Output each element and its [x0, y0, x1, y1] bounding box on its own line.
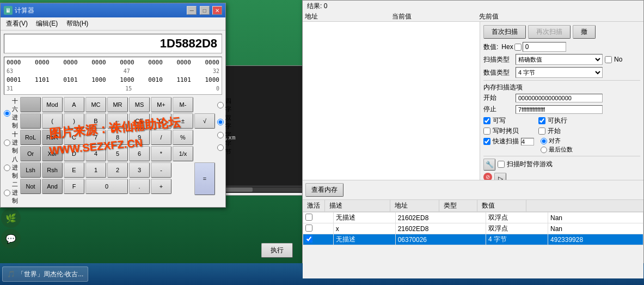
value-type-select[interactable]: 4 字节: [516, 67, 603, 78]
btn-A[interactable]: A: [64, 97, 84, 112]
first-scan-btn[interactable]: 首次扫描: [483, 25, 526, 39]
btn-mod[interactable]: Mod: [42, 97, 63, 112]
word-radio[interactable]: 字: [217, 131, 231, 139]
menu-view[interactable]: 查看(V): [3, 19, 31, 29]
game-icon-2[interactable]: 💬: [1, 229, 21, 248]
btn-MS[interactable]: MS: [129, 97, 150, 112]
stop-input[interactable]: [516, 105, 603, 114]
btn-E[interactable]: E: [64, 162, 84, 178]
scan-type-select[interactable]: 精确数值: [516, 54, 603, 65]
btn-plus[interactable]: +: [151, 179, 171, 194]
btn-Not[interactable]: Not: [20, 179, 41, 194]
hex-radio[interactable]: 十六进制: [4, 97, 18, 130]
btn-C[interactable]: C: [151, 113, 171, 129]
result-row-3[interactable]: 无描述 06370026 4 字节 492339928: [303, 234, 643, 245]
scan-results-list[interactable]: [303, 22, 480, 180]
lastbyte-radio[interactable]: 最后位数: [541, 145, 573, 154]
start-input[interactable]: [516, 94, 603, 102]
btn-MR[interactable]: MR: [107, 97, 128, 112]
btn-9[interactable]: 9: [129, 130, 150, 145]
open-checkbox[interactable]: [538, 128, 545, 135]
btn-1[interactable]: 1: [85, 162, 106, 178]
btn-Xor[interactable]: Xor: [42, 146, 63, 161]
btn-6[interactable]: 6: [129, 146, 150, 161]
btn-5[interactable]: 5: [107, 146, 128, 161]
btn-3[interactable]: 3: [129, 162, 150, 178]
btn-RoL[interactable]: RoL: [20, 130, 41, 145]
restore-button[interactable]: □: [200, 6, 210, 15]
menu-edit[interactable]: 编辑(E): [33, 19, 61, 29]
btn-plusminus[interactable]: ±: [173, 113, 193, 129]
btn-Rsh[interactable]: Rsh: [42, 162, 63, 178]
btn-8[interactable]: 8: [107, 130, 128, 145]
readable-checkbox[interactable]: [483, 117, 490, 124]
divider1: [483, 80, 640, 81]
btn-D[interactable]: D: [64, 146, 84, 161]
btn-CE[interactable]: CE: [129, 113, 150, 129]
btn-minus[interactable]: -: [151, 162, 171, 178]
main-execute-btn[interactable]: 执行: [261, 243, 293, 258]
fast-checkbox[interactable]: [483, 138, 490, 145]
btn-mul[interactable]: *: [151, 146, 171, 161]
oct-radio[interactable]: 八进制: [4, 155, 18, 180]
btn-Mminus[interactable]: M-: [173, 97, 193, 112]
calc-title-left: 🖩 计算器: [4, 6, 34, 15]
btn-4[interactable]: 4: [85, 146, 106, 161]
close-button[interactable]: ✕: [212, 6, 222, 15]
settings-icon-btn[interactable]: 🔧: [483, 159, 495, 171]
btn-equals[interactable]: =: [194, 162, 215, 195]
result-desc-2: x: [333, 223, 395, 234]
taskbar-item[interactable]: 🎵 「世界」周杰伦·收古...: [2, 266, 88, 282]
btn-div[interactable]: /: [151, 130, 171, 145]
btn-Or[interactable]: Or: [20, 146, 41, 161]
btn-Lsh[interactable]: Lsh: [20, 162, 41, 178]
btn-inv[interactable]: 1/x: [173, 146, 193, 161]
byte-radio[interactable]: 字节: [217, 140, 231, 156]
no-checkbox[interactable]: [605, 56, 612, 63]
result-row-1[interactable]: 无描述 21602ED8 双浮点 Nan: [303, 213, 643, 223]
btn-backspace[interactable]: ←: [107, 113, 128, 129]
result-row-2[interactable]: x 21602ED8 双浮点 Nan: [303, 223, 643, 234]
next-scan-btn[interactable]: 再次扫描: [528, 25, 571, 39]
btn-MC[interactable]: MC: [85, 97, 106, 112]
btn-7[interactable]: 7: [85, 130, 106, 145]
btn-C2[interactable]: C: [64, 130, 84, 145]
copy-check-row: 写时拷贝: [483, 126, 534, 136]
menu-help[interactable]: 帮助(H): [63, 19, 92, 29]
game-icon-1[interactable]: 🌿: [1, 208, 21, 228]
expand-icon-btn[interactable]: ▷: [494, 173, 506, 180]
scan-type-label: 扫描类型: [483, 55, 513, 64]
btn-Mplus[interactable]: M+: [151, 97, 171, 112]
executable-checkbox[interactable]: [538, 117, 545, 124]
btn-B[interactable]: B: [85, 113, 106, 129]
btn-rows-56: Lsh Rsh E 1 2 3 - Not And F 0: [20, 162, 215, 195]
btn-2[interactable]: 2: [107, 162, 128, 178]
hex-checkbox[interactable]: [514, 44, 522, 51]
btn-empty1[interactable]: [20, 97, 41, 112]
btn-pct[interactable]: %: [173, 130, 193, 145]
undo-scan-btn[interactable]: 撤: [573, 25, 596, 39]
btn-lparen[interactable]: (: [42, 113, 63, 129]
dword-radio[interactable]: 双字: [217, 114, 231, 130]
btn-And[interactable]: And: [42, 179, 63, 194]
bin-radio[interactable]: 二进制: [4, 180, 18, 205]
left-icons-panel: 🌿 💬: [0, 207, 22, 250]
btn-RoR[interactable]: RoR: [42, 130, 63, 145]
pause-checkbox[interactable]: [498, 161, 505, 168]
result-active-3: [303, 234, 334, 245]
qword-radio[interactable]: 四字: [217, 97, 231, 113]
view-memory-btn[interactable]: 查看内存: [305, 183, 344, 197]
btn-F[interactable]: F: [64, 179, 84, 194]
minimize-button[interactable]: ─: [187, 6, 197, 15]
copy-checkbox[interactable]: [483, 128, 490, 135]
btn-sqrt[interactable]: √: [194, 113, 215, 129]
value-field[interactable]: [523, 42, 566, 52]
btn-0[interactable]: 0: [85, 179, 128, 194]
btn-rparen[interactable]: ): [64, 113, 84, 129]
btn-dot[interactable]: .: [129, 179, 150, 194]
calculator-window: 🖩 计算器 ─ □ ✕ 查看(V) 编辑(E) 帮助(H) 1D5882D8 0…: [0, 3, 226, 208]
dec-radio[interactable]: 十进制: [4, 130, 18, 155]
align-radio[interactable]: 对齐: [541, 137, 573, 145]
fast-value-input[interactable]: [521, 138, 534, 145]
btn-empty2[interactable]: [20, 113, 41, 129]
